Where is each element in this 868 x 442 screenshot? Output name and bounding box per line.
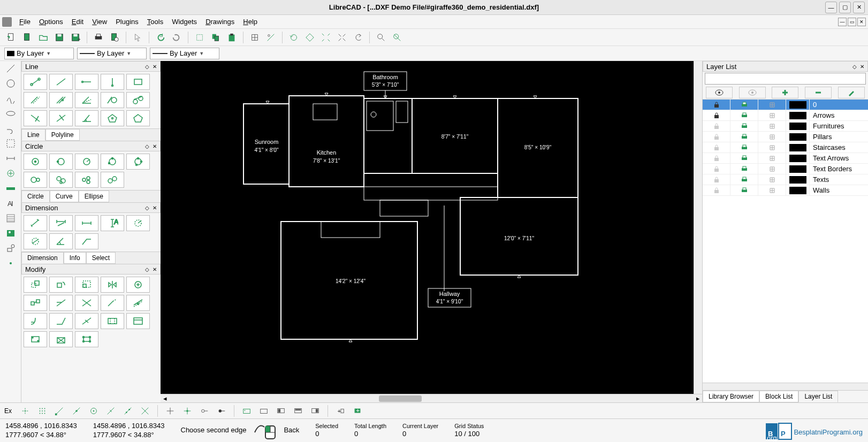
redo-icon[interactable] — [170, 31, 184, 44]
tab-block-list[interactable]: Block List — [759, 391, 798, 402]
lock-icon[interactable] — [703, 153, 730, 163]
canvas[interactable]: Sunroom 4'1'' × 8'0'' Kitchen 7'8'' × 13… — [161, 61, 694, 394]
lock-icon[interactable] — [703, 100, 730, 110]
print-icon[interactable] — [730, 100, 758, 110]
layer-row[interactable]: Texts — [703, 174, 868, 185]
circle-tool-icon[interactable] — [5, 78, 16, 89]
screen2-icon[interactable] — [291, 404, 305, 418]
layer-edit-icon[interactable] — [838, 87, 865, 98]
modify-explode[interactable] — [75, 331, 98, 347]
restrict-horiz-icon[interactable] — [197, 404, 211, 418]
spline-tool-icon[interactable] — [5, 93, 16, 104]
linetype-combo[interactable]: By Layer▼ — [150, 48, 219, 59]
snap-distance-icon[interactable] — [121, 404, 135, 418]
vertical-scrollbar[interactable] — [694, 61, 702, 394]
color-swatch[interactable] — [786, 174, 810, 185]
menu-tools[interactable]: Tools — [143, 17, 167, 27]
screen1-icon[interactable] — [274, 404, 288, 418]
snap-grid-icon[interactable] — [35, 404, 49, 418]
polyline-tool-icon[interactable] — [5, 123, 16, 134]
layer-row[interactable]: Walls — [703, 185, 868, 196]
dim-diametric[interactable] — [24, 233, 47, 249]
dim-linear[interactable] — [49, 215, 73, 231]
relzero-lock-icon[interactable] — [257, 404, 271, 418]
circle-3p[interactable] — [101, 154, 124, 170]
modify-properties[interactable] — [126, 313, 150, 329]
modify-rotate2[interactable] — [24, 295, 47, 311]
line-horizontal[interactable] — [75, 74, 98, 90]
mdi-close[interactable]: ✕ — [857, 18, 866, 26]
snap-free-icon[interactable] — [18, 404, 32, 418]
zoom-previous-icon[interactable] — [351, 31, 365, 44]
modify-fillet[interactable] — [49, 313, 73, 329]
tab-library-browser[interactable]: Library Browser — [703, 391, 759, 402]
lock-icon[interactable] — [703, 121, 730, 131]
modify-tool-icon[interactable] — [5, 168, 16, 179]
menu-edit[interactable]: Edit — [67, 17, 88, 27]
circle-2pr[interactable] — [75, 154, 98, 170]
line-ortho-tan[interactable] — [24, 110, 47, 126]
modify-move[interactable] — [24, 277, 47, 293]
print-icon[interactable] — [730, 110, 758, 120]
zoom-pan-icon[interactable] — [390, 31, 404, 44]
restrict-ortho-icon[interactable] — [180, 404, 194, 418]
menu-file[interactable]: File — [15, 17, 35, 27]
tab-dimension[interactable]: Dimension — [21, 252, 64, 264]
menu-widgets[interactable]: Widgets — [167, 17, 201, 27]
image-tool-icon[interactable] — [5, 228, 16, 239]
line-bisector[interactable] — [75, 92, 98, 108]
layer-remove-icon[interactable] — [805, 87, 832, 98]
tab-layer-list[interactable]: Layer List — [798, 391, 838, 402]
line-relangle[interactable] — [75, 110, 98, 126]
circle-cr[interactable] — [126, 154, 150, 170]
linewidth-combo[interactable]: By Layer▼ — [77, 48, 147, 59]
modify-stretch[interactable] — [101, 313, 124, 329]
copy-icon[interactable] — [209, 31, 223, 44]
modify-rotate[interactable] — [49, 277, 73, 293]
snap-onentity-icon[interactable] — [70, 404, 83, 418]
construction-icon[interactable] — [758, 153, 786, 163]
modify-mirror[interactable] — [101, 277, 124, 293]
color-swatch[interactable] — [786, 100, 810, 110]
line-2points[interactable] — [24, 74, 47, 90]
color-swatch[interactable] — [786, 164, 810, 174]
snap-center-icon[interactable] — [87, 404, 101, 418]
zoom-redraw-icon[interactable] — [287, 31, 301, 44]
horizontal-scrollbar[interactable]: ◂ ▸ — [161, 394, 702, 402]
print-icon[interactable] — [730, 132, 758, 142]
lock-icon[interactable] — [703, 164, 730, 174]
circle-2p[interactable] — [49, 154, 73, 170]
line-polygon-cen[interactable] — [101, 110, 124, 126]
tab-line[interactable]: Line — [21, 129, 45, 141]
undock-icon[interactable]: ◇ — [144, 63, 150, 70]
modify-moverotate[interactable] — [126, 277, 150, 293]
construction-icon[interactable] — [758, 132, 786, 142]
modify-trim[interactable] — [49, 295, 73, 311]
zoom-auto-icon[interactable] — [335, 31, 349, 44]
layer-row[interactable]: Pillars — [703, 132, 868, 142]
print-preview-icon[interactable] — [108, 31, 121, 44]
layer-hide-all-icon[interactable] — [739, 87, 766, 98]
color-combo[interactable]: By Layer▼ — [4, 48, 74, 59]
line-tangent1[interactable] — [101, 92, 124, 108]
screen3-icon[interactable] — [308, 404, 322, 418]
modify-lengthen[interactable] — [101, 295, 124, 311]
modify-divide[interactable] — [75, 313, 98, 329]
line-ortho[interactable] — [49, 110, 73, 126]
relzero-icon[interactable] — [240, 404, 254, 418]
layer-search-input[interactable] — [705, 73, 866, 85]
modify-trim2[interactable] — [75, 295, 98, 311]
new-file-icon[interactable] — [4, 31, 18, 44]
tab-info[interactable]: Info — [64, 252, 86, 264]
circle-inscribed[interactable] — [101, 172, 124, 188]
snap-middle-icon[interactable] — [104, 404, 118, 418]
print-icon[interactable] — [92, 31, 105, 44]
line-parallel[interactable] — [49, 92, 73, 108]
close-panel-icon[interactable]: ✕ — [151, 63, 158, 70]
menu-plugins[interactable]: Plugins — [111, 17, 143, 27]
construction-icon[interactable] — [758, 142, 786, 153]
ellipse-tool-icon[interactable] — [5, 108, 16, 119]
layer-row[interactable]: 0 — [703, 100, 868, 110]
minimize-button[interactable]: — — [825, 2, 837, 13]
snap-endpoint-icon[interactable] — [52, 404, 66, 418]
